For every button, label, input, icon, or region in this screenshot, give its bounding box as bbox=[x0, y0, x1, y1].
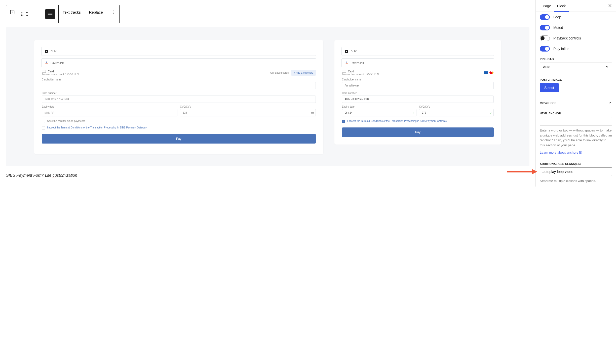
poster-image-label: POSTER IMAGE bbox=[536, 75, 616, 83]
svg-point-5 bbox=[21, 15, 22, 16]
settings-sidebar: Page Block Loop Muted Playback controls … bbox=[535, 0, 616, 187]
move-up-button[interactable] bbox=[25, 11, 29, 14]
card-icon bbox=[42, 70, 46, 73]
align-wide-button[interactable] bbox=[45, 9, 55, 19]
card-icon bbox=[342, 70, 346, 73]
visa-icon bbox=[484, 71, 488, 74]
svg-rect-18 bbox=[42, 70, 46, 73]
payment-option-paybylink: PayByLink bbox=[41, 58, 316, 67]
paybylink-icon bbox=[45, 61, 48, 65]
toggle-loop[interactable]: Loop bbox=[536, 12, 616, 22]
advanced-panel-header[interactable]: Advanced bbox=[536, 97, 616, 108]
svg-rect-10 bbox=[48, 13, 52, 13]
close-sidebar-button[interactable] bbox=[608, 4, 612, 8]
preload-select[interactable]: Auto bbox=[540, 63, 612, 71]
add-card-button: + Add a new card bbox=[291, 70, 316, 76]
toggle-switch-on[interactable] bbox=[540, 25, 550, 30]
card-chip-icon bbox=[311, 112, 314, 114]
toggle-switch-on[interactable] bbox=[540, 14, 550, 20]
check-icon: ✓ bbox=[490, 111, 492, 114]
expiry-input: MM / RR bbox=[42, 109, 177, 116]
toggle-muted[interactable]: Muted bbox=[536, 22, 616, 33]
toggle-label: Loop bbox=[553, 15, 561, 19]
block-caption[interactable]: SIBS Payment Form: Lite customization bbox=[6, 173, 529, 178]
checkbox-icon bbox=[42, 126, 45, 129]
svg-point-13 bbox=[113, 11, 113, 11]
toggle-label: Muted bbox=[553, 26, 563, 30]
mastercard-icon bbox=[489, 71, 494, 74]
tab-page[interactable]: Page bbox=[540, 0, 554, 12]
svg-point-14 bbox=[113, 12, 113, 13]
preload-label: PRELOAD bbox=[536, 54, 616, 63]
cardholder-input bbox=[42, 82, 316, 89]
svg-rect-22 bbox=[342, 70, 346, 73]
svg-rect-9 bbox=[36, 13, 40, 13]
chevron-down-icon bbox=[606, 65, 609, 68]
save-card-checkbox: Save the card for future payments bbox=[42, 119, 316, 123]
cvc-input: 123 bbox=[180, 109, 316, 116]
caption-underlined: customization bbox=[53, 173, 77, 178]
html-anchor-input[interactable] bbox=[540, 117, 612, 125]
blik-label: BLIK bbox=[51, 50, 57, 53]
align-left-button[interactable] bbox=[33, 7, 42, 17]
toggle-label: Playback controls bbox=[553, 36, 581, 40]
css-help-text: Separate multiple classes with spaces. bbox=[536, 178, 616, 187]
svg-point-2 bbox=[23, 13, 23, 13]
expiry-label: Expiry date bbox=[42, 105, 177, 108]
blik-label: BLIK bbox=[351, 50, 357, 53]
select-poster-button[interactable]: Select bbox=[540, 83, 559, 92]
expiry-input: 06 / 24 bbox=[342, 109, 417, 116]
drag-handle-icon[interactable] bbox=[20, 12, 24, 17]
external-link-icon bbox=[579, 151, 582, 154]
advanced-title: Advanced bbox=[540, 101, 557, 105]
expiry-label: Expiry date bbox=[342, 105, 417, 108]
cardholder-input: Anna Nowak bbox=[342, 82, 494, 89]
payment-option-blik: BLIK bbox=[41, 47, 316, 56]
saved-cards-label: Your saved cards bbox=[269, 71, 289, 74]
css-classes-input[interactable] bbox=[540, 167, 612, 176]
card-label: Card bbox=[48, 70, 54, 73]
preload-value: Auto bbox=[543, 65, 550, 69]
card-brands bbox=[484, 71, 494, 74]
toggle-switch-on[interactable] bbox=[540, 46, 550, 52]
paybylink-label: PayByLink bbox=[51, 61, 64, 64]
toggle-label: Play inline bbox=[553, 47, 569, 51]
cardnumber-input: 1234 1234 1234 1234 bbox=[42, 96, 316, 103]
cardholder-label: Cardholder name bbox=[42, 78, 316, 81]
checkbox-checked-icon: ✓ bbox=[342, 120, 345, 123]
video-block-preview[interactable]: BLIK PayByLink Card Transaction amount: … bbox=[6, 27, 529, 166]
link-text: Learn more about anchors bbox=[540, 151, 578, 154]
svg-point-21 bbox=[346, 51, 347, 52]
chevron-up-icon bbox=[608, 101, 612, 105]
payment-option-paybylink: PayByLink bbox=[341, 58, 494, 67]
block-type-button[interactable] bbox=[6, 5, 18, 19]
toggle-play-inline[interactable]: Play inline bbox=[536, 43, 616, 54]
cvc-input: 979 bbox=[419, 109, 494, 116]
svg-point-1 bbox=[21, 13, 22, 13]
svg-point-3 bbox=[21, 14, 22, 15]
payment-form-empty: BLIK PayByLink Card Transaction amount: … bbox=[34, 40, 323, 154]
terms-label: I accept the Terms & Conditions of the T… bbox=[47, 126, 147, 129]
tab-block[interactable]: Block bbox=[554, 0, 569, 12]
cardnumber-input: 4837 7390 2845 1834 bbox=[342, 96, 494, 103]
svg-rect-19 bbox=[42, 71, 46, 71]
svg-point-17 bbox=[46, 51, 47, 52]
toggle-playback-controls[interactable]: Playback controls bbox=[536, 33, 616, 43]
cvc-label: CVC/CVV bbox=[180, 105, 316, 108]
move-down-button[interactable] bbox=[25, 14, 29, 17]
text-tracks-button[interactable]: Text tracks bbox=[59, 5, 85, 19]
more-options-button[interactable] bbox=[107, 5, 119, 19]
replace-button[interactable]: Replace bbox=[85, 5, 107, 19]
check-icon: ✓ bbox=[412, 111, 414, 114]
save-card-label: Save the card for future payments bbox=[47, 119, 85, 123]
blik-icon bbox=[45, 50, 48, 53]
learn-more-anchors-link[interactable]: Learn more about anchors bbox=[536, 151, 586, 159]
svg-point-4 bbox=[23, 14, 23, 15]
paybylink-icon bbox=[345, 61, 348, 65]
card-section: Card Transaction amount: 125.50 PLN Your… bbox=[41, 70, 316, 144]
pay-button: Pay bbox=[42, 134, 316, 144]
svg-point-6 bbox=[23, 15, 23, 16]
toggle-switch-off[interactable] bbox=[540, 35, 550, 41]
cardholder-label: Cardholder name bbox=[342, 78, 494, 81]
cvc-label: CVC/CVV bbox=[419, 105, 494, 108]
